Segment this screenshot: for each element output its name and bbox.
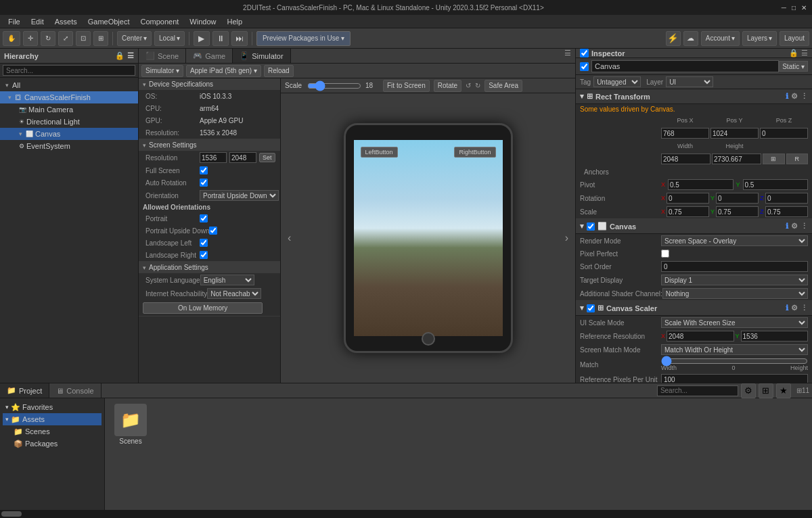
rot-y-input[interactable] xyxy=(716,193,759,204)
menu-file[interactable]: File xyxy=(3,16,26,27)
right-button[interactable]: RightButton xyxy=(454,147,495,158)
canvas-enable-checkbox[interactable] xyxy=(587,222,595,231)
canvas-header[interactable]: ▾ ⬜ Canvas ℹ ⚙ ⋮ xyxy=(576,219,812,234)
asset-tree-assets[interactable]: ▾ 📁 Assets xyxy=(3,413,102,425)
autorotation-checkbox[interactable] xyxy=(200,179,208,187)
canvas-settings[interactable]: ⚙ xyxy=(791,222,798,231)
device-specs-header[interactable]: ▾ Device Specifications xyxy=(139,78,280,90)
ref-x-input[interactable] xyxy=(667,331,734,342)
project-search-input[interactable] xyxy=(657,385,738,396)
menu-window[interactable]: Window xyxy=(184,16,221,27)
anchors-label[interactable]: Anchors xyxy=(580,168,613,176)
menu-gameobject[interactable]: GameObject xyxy=(83,16,135,27)
r-btn[interactable]: R xyxy=(786,154,809,164)
scroll-right-btn[interactable]: › xyxy=(565,232,568,244)
rotate-btn[interactable]: Rotate xyxy=(434,80,461,92)
layout-btn[interactable]: Layout xyxy=(780,31,809,46)
tool-transform[interactable]: ⊞ xyxy=(93,31,108,46)
ui-scale-mode-select[interactable]: Scale With Screen Size xyxy=(661,317,808,328)
object-name-input[interactable] xyxy=(591,60,779,72)
tab-console[interactable]: 🖥 Console xyxy=(49,383,101,398)
left-button[interactable]: LeftButton xyxy=(361,147,398,158)
pivot-x-input[interactable] xyxy=(668,179,733,190)
tag-select[interactable]: Untagged xyxy=(593,76,641,87)
tab-game[interactable]: 🎮 Game xyxy=(186,49,233,63)
scrollbar-thumb[interactable] xyxy=(1,511,22,517)
close-btn[interactable]: ✕ xyxy=(801,4,807,11)
canvas-info[interactable]: ℹ xyxy=(786,222,788,231)
collab-btn[interactable]: ⚡ xyxy=(666,31,681,46)
additional-shader-select[interactable]: Nothing xyxy=(662,288,808,299)
menu-edit[interactable]: Edit xyxy=(26,16,49,27)
asset-tree-packages[interactable]: 📦 Packages xyxy=(3,438,102,450)
object-active-checkbox[interactable] xyxy=(580,62,589,71)
app-settings-header[interactable]: ▾ Application Settings xyxy=(139,262,280,273)
minimize-btn[interactable]: ─ xyxy=(782,4,786,11)
window-controls[interactable]: ─ □ ✕ xyxy=(782,4,807,11)
target-display-select[interactable]: Display 1 xyxy=(661,275,808,285)
bottom-scrollbar[interactable] xyxy=(0,510,812,518)
orientation-select[interactable]: Portrait Upside Down xyxy=(200,190,279,201)
step-button[interactable]: ⏭ xyxy=(231,31,248,46)
project-filter-btn[interactable]: ⊞ xyxy=(759,383,773,398)
inspector-menu[interactable]: ☰ xyxy=(801,49,808,57)
screen-settings-header[interactable]: ▾ Screen Settings xyxy=(139,139,280,151)
hierarchy-search[interactable] xyxy=(3,65,135,76)
rect-transform-more[interactable]: ⋮ xyxy=(800,92,808,101)
preview-packages-btn[interactable]: Preview Packages in Use ▾ xyxy=(256,31,351,46)
tool-hand[interactable]: ✋ xyxy=(3,31,20,46)
landscape-left-checkbox[interactable] xyxy=(200,239,208,247)
tabs-menu[interactable]: ☰ xyxy=(560,49,575,63)
maximize-btn[interactable]: □ xyxy=(792,4,796,11)
asset-item-scenes[interactable]: 📁 Scenes xyxy=(110,404,151,445)
canvas-scaler-more[interactable]: ⋮ xyxy=(800,304,808,312)
blueprint-btn[interactable]: ⊞ xyxy=(763,154,785,164)
pause-button[interactable]: ⏸ xyxy=(212,31,229,46)
simulator-dropdown[interactable]: Simulator ▾ xyxy=(141,65,183,77)
scale-z-input[interactable] xyxy=(765,206,808,217)
tool-rect[interactable]: ⊡ xyxy=(76,31,91,46)
hierarchy-item-eventsystem[interactable]: ⚙ EventSystem xyxy=(0,140,138,152)
internet-reach-select[interactable]: Not Reachable xyxy=(207,288,261,299)
layer-select[interactable]: UI xyxy=(666,76,713,87)
rect-transform-settings[interactable]: ⚙ xyxy=(791,92,798,101)
pixel-perfect-checkbox[interactable] xyxy=(661,250,669,258)
menu-assets[interactable]: Assets xyxy=(49,16,83,27)
canvas-scaler-settings[interactable]: ⚙ xyxy=(791,304,798,312)
tab-project[interactable]: 📁 Project xyxy=(0,383,49,398)
play-button[interactable]: ▶ xyxy=(194,31,210,46)
asset-tree-favorites[interactable]: ▾ ⭐ Favorites xyxy=(3,401,102,413)
cloud-btn[interactable]: ☁ xyxy=(683,31,698,46)
sort-order-input[interactable] xyxy=(661,261,808,272)
device-dropdown[interactable]: Apple iPad (5th gen) ▾ xyxy=(186,65,261,77)
asset-tree-scenes[interactable]: 📁 Scenes xyxy=(3,425,102,438)
width-input[interactable] xyxy=(661,154,710,164)
pivot-btn[interactable]: Center ▾ xyxy=(117,31,152,46)
fullscreen-checkbox[interactable] xyxy=(200,166,208,174)
pos-y-input[interactable] xyxy=(710,128,759,139)
portrait-checkbox[interactable] xyxy=(200,214,208,222)
inspector-lock[interactable]: 🔒 xyxy=(789,49,798,57)
rot-z-input[interactable] xyxy=(765,193,808,204)
hierarchy-item-canvas[interactable]: ▾ ⬜ Canvas xyxy=(0,128,138,140)
ref-pixels-input[interactable] xyxy=(661,374,808,383)
hierarchy-item-camera[interactable]: 📷 Main Camera xyxy=(0,103,138,116)
tab-simulator[interactable]: 📱 Simulator xyxy=(233,49,290,63)
project-settings-btn[interactable]: ⚙ xyxy=(741,383,756,398)
system-lang-select[interactable]: English xyxy=(200,275,254,285)
portrait-upside-checkbox[interactable] xyxy=(209,227,217,235)
res-set-btn[interactable]: Set xyxy=(259,153,275,162)
ref-y-input[interactable] xyxy=(741,331,808,342)
menu-component[interactable]: Component xyxy=(135,16,184,27)
pos-x-input[interactable] xyxy=(661,128,709,139)
account-btn[interactable]: Account ▾ xyxy=(701,31,740,46)
tool-rotate[interactable]: ↻ xyxy=(41,31,55,46)
canvas-more[interactable]: ⋮ xyxy=(800,222,808,231)
render-mode-select[interactable]: Screen Space - Overlay xyxy=(661,235,808,246)
rot-x-input[interactable] xyxy=(667,193,709,204)
tool-move[interactable]: ✛ xyxy=(23,31,38,46)
scale-y-input[interactable] xyxy=(716,206,759,217)
reload-btn[interactable]: Reload xyxy=(264,65,294,77)
hierarchy-item-light[interactable]: ☀ Directional Light xyxy=(0,116,138,128)
landscape-right-checkbox[interactable] xyxy=(200,251,208,259)
